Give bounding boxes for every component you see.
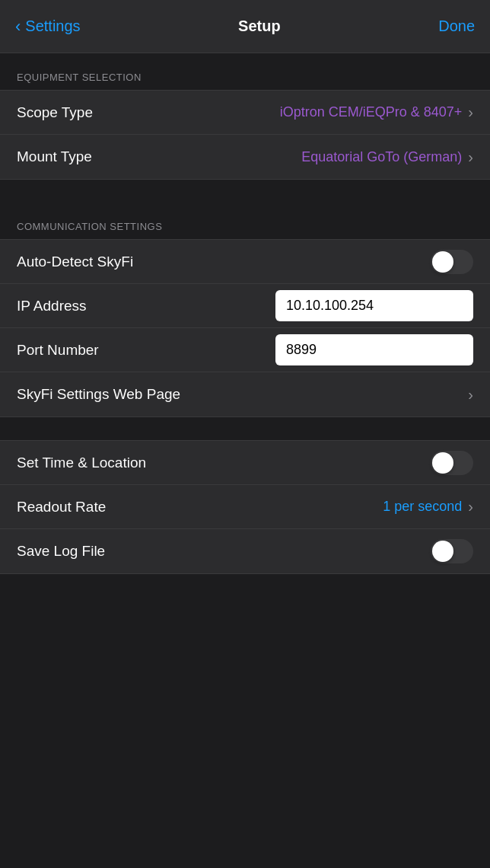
save-log-row: Save Log File [0,529,490,573]
save-log-toggle-thumb [432,541,453,562]
back-chevron-icon: ‹ [15,17,21,37]
mount-type-row[interactable]: Mount Type Equatorial GoTo (German) › [0,135,490,179]
save-log-toggle[interactable] [431,539,473,563]
equipment-section-title: EQUIPMENT SELECTION [17,72,142,83]
other-settings-group: Set Time & Location Readout Rate 1 per s… [0,440,490,574]
mount-type-label: Mount Type [17,148,92,165]
port-number-row: Port Number [0,328,490,372]
separator-1 [0,180,490,203]
page-title: Setup [238,18,281,35]
communication-section-title: COMMUNICATION SETTINGS [17,221,162,232]
set-time-toggle[interactable] [431,451,473,475]
readout-rate-chevron-icon: › [468,498,473,515]
navigation-bar: ‹ Settings Setup Done [0,0,490,53]
ip-address-label: IP Address [17,298,87,314]
port-number-input[interactable] [275,334,473,365]
readout-rate-row[interactable]: Readout Rate 1 per second › [0,485,490,529]
readout-rate-label: Readout Rate [17,499,106,515]
skyfi-settings-label: SkyFi Settings Web Page [17,386,180,403]
auto-detect-toggle[interactable] [431,250,473,274]
save-log-label: Save Log File [17,543,105,560]
set-time-row: Set Time & Location [0,441,490,485]
communication-settings-group: Auto-Detect SkyFi IP Address Port Number… [0,239,490,417]
save-log-toggle-track [431,539,473,563]
port-number-label: Port Number [17,342,99,359]
scope-type-row[interactable]: Scope Type iOptron CEM/iEQPro & 8407+ › [0,91,490,135]
equipment-section-header: EQUIPMENT SELECTION [0,53,490,90]
set-time-toggle-track [431,451,473,475]
mount-type-chevron-icon: › [468,148,473,166]
ip-address-row: IP Address [0,284,490,328]
communication-section-header: COMMUNICATION SETTINGS [0,203,490,239]
auto-detect-toggle-track [431,250,473,274]
skyfi-settings-row[interactable]: SkyFi Settings Web Page › [0,372,490,416]
readout-rate-value: 1 per second [383,499,462,515]
scope-type-label: Scope Type [17,104,93,121]
back-button[interactable]: ‹ Settings [15,17,81,37]
mount-type-value: Equatorial GoTo (German) [301,149,462,165]
back-label: Settings [25,18,80,35]
auto-detect-toggle-thumb [432,251,453,273]
skyfi-settings-chevron-icon: › [468,386,473,404]
auto-detect-row: Auto-Detect SkyFi [0,240,490,284]
scope-type-value: iOptron CEM/iEQPro & 8407+ [280,104,463,120]
separator-2 [0,417,490,440]
scope-type-chevron-icon: › [468,104,473,121]
set-time-label: Set Time & Location [17,455,146,471]
equipment-settings-group: Scope Type iOptron CEM/iEQPro & 8407+ › … [0,90,490,180]
done-button[interactable]: Done [438,18,475,35]
set-time-toggle-thumb [432,452,453,474]
ip-address-input[interactable] [275,290,473,321]
auto-detect-label: Auto-Detect SkyFi [17,254,133,270]
